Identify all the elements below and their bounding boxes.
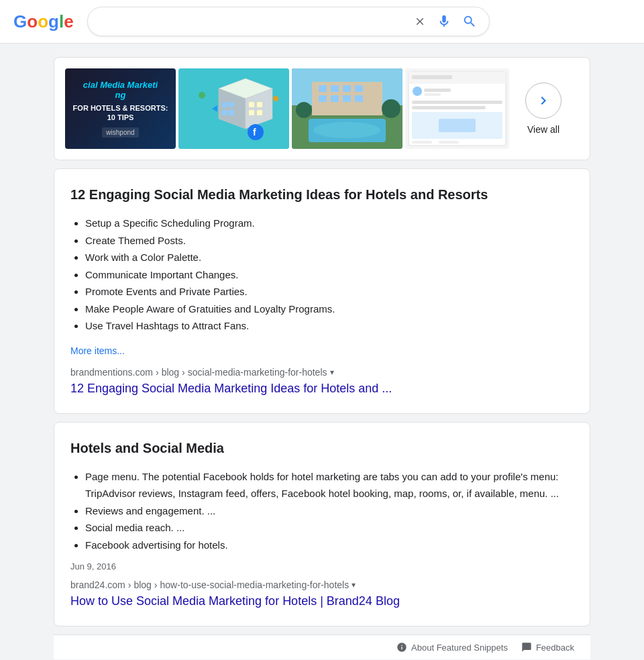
image-thumb-1[interactable]: cial Media Marketing FOR HOTELS & RESORT… bbox=[65, 68, 176, 149]
view-all-button[interactable]: View all bbox=[512, 82, 575, 135]
breadcrumb-separator2: › bbox=[182, 367, 185, 378]
svg-rect-8 bbox=[249, 102, 254, 107]
svg-rect-5 bbox=[229, 102, 234, 107]
about-snippets-icon bbox=[396, 642, 407, 653]
svg-rect-37 bbox=[424, 89, 451, 92]
list-item: Create Themed Posts. bbox=[85, 232, 574, 250]
result1-link[interactable]: 12 Engaging Social Media Marketing Ideas… bbox=[70, 382, 392, 395]
breadcrumb-dropdown-icon[interactable]: ▾ bbox=[330, 368, 334, 377]
svg-rect-11 bbox=[257, 110, 262, 115]
svg-rect-25 bbox=[331, 95, 339, 102]
logo-e: e bbox=[64, 11, 73, 32]
about-snippets-item[interactable]: About Featured Snippets bbox=[396, 642, 508, 653]
image-thumb-2[interactable]: f bbox=[178, 68, 289, 149]
view-all-arrow-circle bbox=[525, 82, 561, 119]
result-card-2: Hotels and Social Media Page menu. The p… bbox=[54, 422, 590, 627]
logo-g: G bbox=[13, 11, 27, 32]
svg-rect-20 bbox=[319, 85, 327, 92]
list-item: Setup a Specific Scheduling Program. bbox=[85, 215, 574, 232]
img1-title: cial Media Marketing bbox=[83, 80, 158, 101]
svg-point-29 bbox=[382, 99, 400, 118]
svg-rect-21 bbox=[331, 85, 339, 92]
voice-search-button[interactable] bbox=[435, 13, 453, 30]
svg-rect-9 bbox=[257, 102, 262, 107]
feedback-icon bbox=[521, 642, 532, 653]
breadcrumb2-sep2: › bbox=[154, 580, 158, 590]
svg-rect-4 bbox=[222, 102, 227, 107]
feedback-label: Feedback bbox=[536, 643, 574, 653]
logo-o2: o bbox=[38, 11, 48, 32]
feedback-item[interactable]: Feedback bbox=[521, 642, 574, 653]
result1-breadcrumb: brandmentions.com › blog › social-media-… bbox=[70, 367, 574, 378]
view-all-label: View all bbox=[527, 124, 559, 135]
svg-point-16 bbox=[273, 96, 278, 101]
breadcrumb2-path2: how-to-use-social-media-marketing-for-ho… bbox=[160, 580, 350, 590]
breadcrumb2-path1: blog bbox=[133, 580, 151, 590]
svg-rect-42 bbox=[439, 119, 476, 132]
result2-link[interactable]: How to Use Social Media Marketing for Ho… bbox=[70, 594, 400, 608]
header: G o o g l e social media marketing for h… bbox=[0, 0, 644, 44]
breadcrumb-path2: social-media-marketing-for-hotels bbox=[188, 367, 327, 378]
img1-footer: wishpond bbox=[102, 127, 138, 138]
result2-breadcrumb: brand24.com › blog › how-to-use-social-m… bbox=[70, 580, 574, 590]
svg-rect-40 bbox=[412, 106, 486, 109]
logo-o1: o bbox=[27, 11, 38, 32]
image-thumb-3[interactable] bbox=[292, 68, 402, 149]
result-card-1: 12 Engaging Social Media Marketing Ideas… bbox=[54, 168, 590, 414]
search-input[interactable]: social media marketing for hotels and re… bbox=[99, 15, 413, 28]
main-content: cial Media Marketing FOR HOTELS & RESORT… bbox=[40, 57, 604, 659]
svg-point-28 bbox=[296, 102, 312, 118]
list-item: Page menu. The potential Facebook holds … bbox=[85, 468, 574, 502]
svg-rect-24 bbox=[319, 95, 327, 102]
svg-rect-44 bbox=[439, 141, 459, 144]
breadcrumb2-domain: brand24.com bbox=[70, 580, 125, 590]
result1-title: 12 Engaging Social Media Marketing Ideas… bbox=[70, 185, 574, 204]
list-item: Make People Aware of Gratuities and Loya… bbox=[85, 300, 574, 318]
footer-bar: About Featured Snippets Feedback bbox=[54, 635, 590, 659]
svg-rect-27 bbox=[355, 95, 363, 102]
svg-rect-23 bbox=[355, 85, 363, 92]
search-bar: social media marketing for hotels and re… bbox=[87, 7, 490, 36]
list-item: Communicate Important Changes. bbox=[85, 266, 574, 284]
svg-point-36 bbox=[413, 87, 422, 96]
svg-rect-6 bbox=[222, 110, 227, 115]
list-item: Work with a Color Palette. bbox=[85, 249, 574, 266]
breadcrumb-separator: › bbox=[156, 367, 159, 378]
img1-subtitle: FOR HOTELS & RESORTS:10 TIPS bbox=[73, 103, 168, 123]
result1-list: Setup a Specific Scheduling Program. Cre… bbox=[70, 215, 574, 335]
svg-rect-38 bbox=[424, 93, 441, 96]
result2-title: Hotels and Social Media bbox=[70, 439, 574, 457]
svg-rect-7 bbox=[229, 110, 234, 115]
svg-point-15 bbox=[199, 92, 205, 99]
about-snippets-label: About Featured Snippets bbox=[411, 643, 508, 653]
result2-date: Jun 9, 2016 bbox=[70, 561, 574, 571]
result2-list: Page menu. The potential Facebook holds … bbox=[70, 468, 574, 554]
breadcrumb2-dropdown-icon[interactable]: ▾ bbox=[352, 580, 356, 590]
images-card: cial Media Marketing FOR HOTELS & RESORT… bbox=[54, 57, 590, 160]
svg-rect-26 bbox=[343, 95, 351, 102]
list-item: Social media reach. ... bbox=[85, 519, 574, 537]
images-row: cial Media Marketing FOR HOTELS & RESORT… bbox=[65, 68, 579, 149]
svg-text:f: f bbox=[253, 127, 256, 138]
svg-point-31 bbox=[313, 122, 380, 138]
svg-rect-43 bbox=[412, 141, 432, 144]
svg-rect-35 bbox=[412, 75, 452, 79]
breadcrumb-domain: brandmentions.com bbox=[70, 367, 153, 378]
image-thumb-4[interactable] bbox=[405, 68, 509, 149]
svg-rect-10 bbox=[249, 110, 254, 115]
list-item: Use Travel Hashtags to Attract Fans. bbox=[85, 317, 574, 335]
clear-search-button[interactable] bbox=[413, 14, 427, 29]
breadcrumb2-sep1: › bbox=[128, 580, 131, 590]
more-items-link[interactable]: More items... bbox=[70, 345, 125, 356]
list-item: Facebook advertising for hotels. bbox=[85, 537, 574, 554]
logo-g2: g bbox=[48, 11, 59, 32]
svg-rect-39 bbox=[412, 101, 502, 104]
search-icons-group bbox=[413, 13, 478, 30]
list-item: Promote Events and Private Parties. bbox=[85, 283, 574, 300]
svg-rect-22 bbox=[343, 85, 351, 92]
breadcrumb-path1: blog bbox=[162, 367, 179, 378]
google-logo: G o o g l e bbox=[13, 11, 74, 32]
google-search-button[interactable] bbox=[461, 13, 478, 30]
list-item: Reviews and engagement. ... bbox=[85, 502, 574, 520]
logo-l: l bbox=[59, 11, 64, 32]
